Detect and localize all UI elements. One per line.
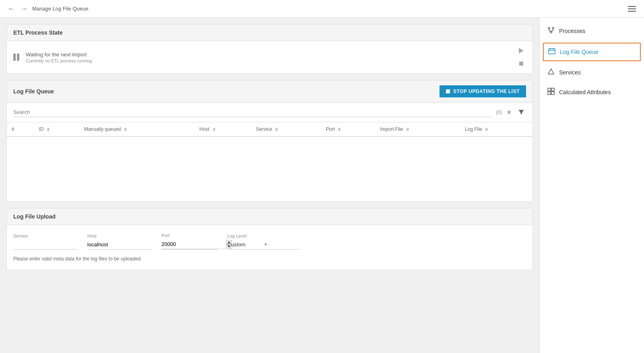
upload-form: Service Host Port ▲ [7,225,533,270]
port-spinner: ▲ ▼ [161,239,218,250]
svg-point-1 [552,27,554,29]
host-input[interactable] [87,240,152,250]
host-field: Host [87,233,152,250]
sort-down-icon [275,130,278,131]
filter-icon [518,109,524,115]
etl-state-left: Waiting for the next import Currently no… [13,52,92,63]
content-area: ETL Process State Waiting for the next i… [0,18,539,353]
svg-line-6 [551,31,553,31]
hamburger-line-3 [628,11,636,12]
svg-rect-12 [548,88,551,91]
sort-up-icon [47,128,50,129]
etl-status-text: Waiting for the next import Currently no… [26,52,92,63]
col-id-sort [47,128,50,131]
host-label: Host [87,233,152,238]
queue-table: # ID Manually queued [7,122,533,201]
sidebar-item-services[interactable]: Services [540,63,644,82]
search-count: (0) [496,109,502,115]
sidebar: Processes Log File Queue Services [539,18,644,353]
processes-svg-icon [547,27,555,34]
hamburger-line-2 [628,8,636,9]
col-if-sort [406,128,409,131]
col-import-file[interactable]: Import File [376,122,460,136]
log-level-select[interactable]: Custom ▼ [227,240,300,250]
sidebar-item-processes[interactable]: Processes [540,21,644,41]
sort-down-icon [47,130,50,131]
queue-table-body [7,136,533,201]
svg-rect-13 [551,88,554,91]
play-button[interactable] [516,46,526,56]
port-label: Port [161,233,218,238]
sort-up-icon [124,128,127,129]
log-level-value: Custom [227,242,264,248]
filter-button[interactable] [516,108,526,117]
col-mq-sort [124,128,127,131]
sidebar-item-calculated-attributes[interactable]: Calculated Attributes [540,82,644,102]
stop-btn-label: STOP UPDATING THE LIST [453,89,520,94]
sort-up-icon [213,128,216,129]
upload-fields: Service Host Port ▲ [13,233,526,250]
grid-icon [547,88,555,95]
back-button[interactable]: ← [6,4,16,14]
col-port[interactable]: Port [321,122,376,136]
service-label: Service [13,233,78,238]
queue-table-header-row: # ID Manually queued [7,122,533,136]
sidebar-item-log-file-queue[interactable]: Log File Queue [543,43,641,61]
hamburger-menu-button[interactable] [626,4,638,13]
search-input[interactable] [13,107,493,117]
etl-state-right [516,46,526,68]
service-field: Service [13,233,78,250]
col-host[interactable]: Host [195,122,251,136]
svg-point-0 [548,27,550,29]
col-num: # [7,122,34,136]
services-svg-icon [548,68,554,75]
svg-marker-11 [548,69,554,74]
log-file-queue-icon [548,47,556,56]
service-input[interactable] [13,240,78,250]
pause-bar-right [17,54,19,61]
etl-state-row: Waiting for the next import Currently no… [7,41,533,73]
pause-bar-left [13,54,16,61]
col-manually-queued[interactable]: Manually queued [79,122,195,136]
svg-rect-7 [549,49,555,54]
col-log-file[interactable]: Log File [460,122,533,136]
stop-updating-button[interactable]: STOP UPDATING THE LIST [440,85,526,97]
col-id[interactable]: ID [34,122,79,136]
svg-line-5 [549,31,551,31]
log-level-field: Log Level Custom ▼ [227,233,300,250]
calculated-attributes-icon [547,88,555,97]
sidebar-calc-attr-label: Calculated Attributes [559,89,611,95]
col-service[interactable]: Service [251,122,321,136]
log-level-label: Log Level [227,233,300,238]
pause-icon [13,54,19,61]
etl-process-card: ETL Process State Waiting for the next i… [6,24,533,74]
sort-up-icon [275,128,278,129]
col-service-sort [275,128,278,131]
upload-hint: Please enter valid meta data for the log… [13,256,526,262]
svg-rect-14 [548,92,551,95]
queue-table-container: # ID Manually queued [7,122,533,201]
sidebar-services-label: Services [559,69,581,76]
search-clear-button[interactable]: ✕ [505,108,513,116]
sort-down-icon [485,130,488,131]
port-input[interactable] [161,239,226,249]
etl-status-main: Waiting for the next import [26,52,92,58]
col-lf-sort [485,128,488,131]
chevron-down-icon: ▼ [264,242,300,247]
sort-down-icon [213,130,216,131]
queue-table-head: # ID Manually queued [7,122,533,136]
sort-up-icon [406,128,409,129]
search-row: (0) ✕ [7,103,533,122]
sort-up-icon [485,128,488,129]
hamburger-line-1 [628,6,636,7]
top-bar: ← → Manage Log File Queue [0,0,644,18]
sidebar-log-queue-label: Log File Queue [560,49,599,55]
port-field: Port ▲ ▼ [161,233,218,250]
calendar-icon [548,47,555,55]
forward-button[interactable]: → [19,4,29,14]
log-queue-card: Log File Queue STOP UPDATING THE LIST (0… [6,80,533,202]
processes-icon [547,27,555,35]
log-upload-header: Log File Upload [7,208,533,225]
stop-button[interactable] [516,59,526,68]
log-upload-card: Log File Upload Service Host [6,208,533,270]
